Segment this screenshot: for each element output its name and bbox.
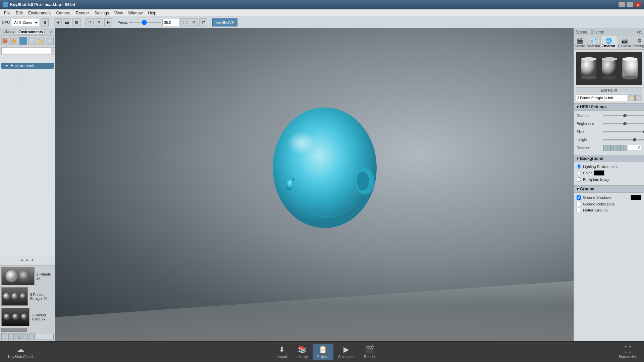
- menu-window[interactable]: Window: [126, 10, 146, 16]
- cpu-label: CPU: [2, 20, 10, 24]
- menu-settings[interactable]: Settings: [92, 10, 111, 16]
- panel-bottom: ☰ ⊞ 🔍 ○ ◎ Upload: [0, 332, 55, 341]
- height-slider[interactable]: [603, 139, 644, 140]
- project-label[interactable]: Scene: [576, 30, 587, 35]
- grid-view-button[interactable]: ⊞: [8, 334, 14, 340]
- search-sort-button[interactable]: ↕: [52, 47, 54, 54]
- panel-close-button[interactable]: ✕: [50, 29, 53, 34]
- menu-edit[interactable]: Edit: [13, 10, 25, 16]
- upload-button[interactable]: Upload: [36, 334, 54, 340]
- menu-view[interactable]: View: [112, 10, 126, 16]
- fullscreen-button[interactable]: ⛶: [180, 18, 189, 26]
- hdri-refresh-button[interactable]: ↺: [635, 95, 642, 101]
- rotation-row: Rotation:: [577, 145, 641, 151]
- background-header[interactable]: ▾ Background: [574, 155, 644, 162]
- tab-environments[interactable]: Environments: [17, 29, 45, 35]
- reload-button[interactable]: ↺: [86, 18, 94, 26]
- zoom-input[interactable]: [162, 19, 179, 26]
- ground-shadows-swatch[interactable]: [631, 195, 641, 200]
- tab-library[interactable]: Library: [2, 29, 16, 35]
- project-button[interactable]: 📋 Project: [313, 344, 333, 360]
- thumb-2panels[interactable]: 2 Panels 2k: [1, 267, 54, 285]
- menu-environment[interactable]: Environment: [25, 10, 53, 16]
- search-btn-1[interactable]: 🔍: [15, 334, 21, 340]
- contrast-slider[interactable]: [603, 115, 644, 116]
- pause-button[interactable]: ⏸: [41, 18, 49, 26]
- menu-file[interactable]: File: [1, 10, 13, 16]
- thumb-img-2panels: [1, 267, 35, 285]
- close-button[interactable]: ✕: [635, 2, 641, 7]
- cores-select[interactable]: All 8 Cores: [11, 19, 39, 26]
- icon-tab-colors[interactable]: 🎨: [10, 37, 18, 45]
- environment-label-right[interactable]: Environ.: [591, 30, 605, 35]
- bg-color-swatch[interactable]: [594, 170, 604, 176]
- tree-downloads[interactable]: ▾ Downloads: [1, 57, 54, 63]
- svg-point-26: [622, 76, 638, 79]
- brightness-slider[interactable]: [603, 123, 644, 124]
- screenshot-button[interactable]: ⛶ Screenshot: [615, 344, 641, 360]
- separator-3: [115, 19, 115, 26]
- render-button[interactable]: 🎬 Render: [359, 344, 381, 360]
- zoom-slider-container: —: [129, 20, 161, 24]
- search-input[interactable]: [1, 47, 51, 54]
- menu-help[interactable]: Help: [145, 10, 159, 16]
- list-view-button[interactable]: ☰: [1, 334, 7, 340]
- keyshot-cloud-button[interactable]: ☁ KeyShot Cloud: [3, 344, 37, 360]
- ground-header[interactable]: ▾ Ground: [574, 185, 644, 193]
- hdri-browse-button[interactable]: 📁: [628, 95, 635, 101]
- animation-icon: ▶: [343, 345, 349, 354]
- toolbar: CPU All 8 Cores ⏸ ◀ 📷 ▦ ↺ ✕ ▶ Persp. — ⛶…: [0, 17, 644, 28]
- back-button[interactable]: ◀: [54, 18, 62, 26]
- grid-button[interactable]: ▦: [72, 18, 80, 26]
- animation-button[interactable]: ▶ Animation: [333, 344, 359, 360]
- hdri-file-input[interactable]: [576, 95, 627, 101]
- zoom-slider[interactable]: [134, 22, 161, 23]
- ground-reflections-checkbox[interactable]: [577, 202, 581, 206]
- menu-camera[interactable]: Camera: [53, 10, 73, 16]
- bg-backplate-radio[interactable]: [577, 177, 581, 182]
- tree-studio[interactable]: ▸ Studio: [1, 81, 54, 87]
- search-btn-3[interactable]: ◎: [29, 334, 35, 340]
- keyshot-vr-button[interactable]: KeyShotVR: [212, 18, 237, 26]
- menu-render[interactable]: Render: [73, 10, 92, 16]
- svg-point-23: [602, 76, 617, 79]
- hdri-settings-header[interactable]: ▾ HDRI Settings: [574, 103, 644, 111]
- panel-collapse-button[interactable]: ≪: [636, 29, 642, 35]
- title-bar-controls[interactable]: — □ ✕: [619, 2, 641, 7]
- edit-hdri-button[interactable]: Edit HDRI: [576, 87, 642, 93]
- stop-button[interactable]: ✕: [95, 18, 103, 26]
- rotation-value[interactable]: [628, 145, 641, 151]
- right-tab-scene[interactable]: 🎬 Scene: [574, 36, 586, 49]
- bg-lighting-radio[interactable]: [577, 164, 581, 169]
- settings2-button[interactable]: ⚙: [190, 18, 198, 26]
- forward-button[interactable]: ▶: [104, 18, 112, 26]
- thumb-3point-sharp-high[interactable]: 3 Point Sharp High 2k: [1, 328, 54, 332]
- bg-color-radio[interactable]: [577, 171, 581, 175]
- right-tab-settings[interactable]: ⚙ Settings: [632, 36, 644, 49]
- ground-shadows-checkbox[interactable]: [577, 195, 581, 200]
- tree-outdoor[interactable]: Outdoor: [1, 75, 54, 81]
- icon-tab-textures[interactable]: 📐: [37, 37, 45, 45]
- screenshot-toolbar-button[interactable]: 📷: [63, 18, 71, 26]
- sync-button[interactable]: ⇄: [199, 18, 207, 26]
- right-tab-material[interactable]: 💎 Material: [586, 36, 601, 49]
- search-btn-2[interactable]: ○: [22, 334, 28, 340]
- icon-tab-models[interactable]: 🧱: [1, 37, 9, 45]
- rotation-slider[interactable]: [603, 145, 627, 151]
- icon-tab-favorites[interactable]: ★: [46, 37, 54, 45]
- right-tab-environ[interactable]: 🌐 Environ.: [601, 36, 617, 49]
- thumb-3panels-straight[interactable]: 3 Panels Straight 2k: [1, 287, 54, 306]
- viewport[interactable]: [55, 28, 574, 341]
- icon-tab-environments[interactable]: 🌐: [19, 37, 27, 45]
- tree-interior[interactable]: ▸ Interior: [1, 69, 54, 75]
- tree-environments[interactable]: ▾ Environments: [1, 63, 54, 69]
- minimize-button[interactable]: —: [619, 2, 625, 7]
- size-slider[interactable]: [603, 131, 644, 132]
- import-button[interactable]: ⬇ Import: [272, 344, 292, 360]
- icon-tab-backplates[interactable]: 🖼: [28, 37, 36, 45]
- flatten-ground-checkbox[interactable]: [577, 208, 581, 212]
- library-button[interactable]: 📚 Library: [292, 344, 313, 360]
- right-tab-camera[interactable]: 📷 Camera: [617, 36, 632, 49]
- thumb-3panels-tilted[interactable]: 3 Panels Tilted 2k: [1, 308, 54, 326]
- maximize-button[interactable]: □: [627, 2, 633, 7]
